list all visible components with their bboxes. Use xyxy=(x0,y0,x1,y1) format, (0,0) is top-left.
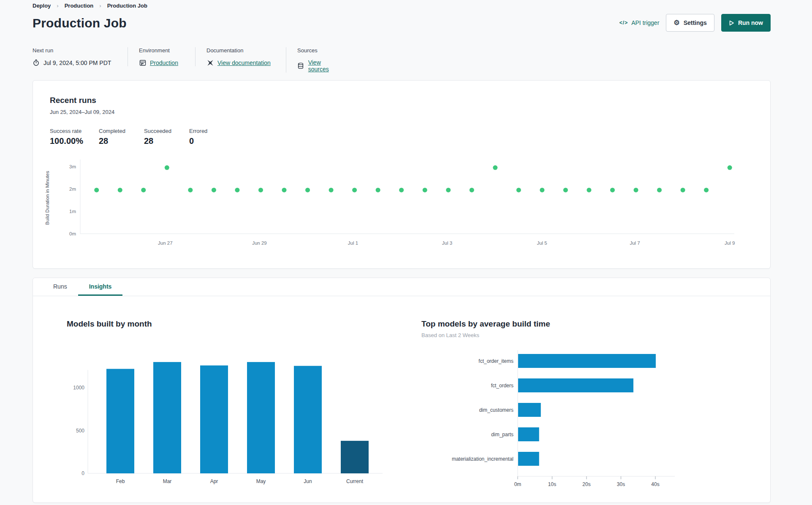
x-axis-tick-label: Jun 29 xyxy=(252,240,267,246)
y-axis-tick-label: 1m xyxy=(69,209,76,214)
next-run-value: Jul 9, 2024, 5:00 PM PDT xyxy=(43,59,111,66)
breadcrumb-deploy[interactable]: Deploy xyxy=(33,3,51,9)
run-duration-dot[interactable] xyxy=(352,188,357,192)
model-bar-fct_orders[interactable] xyxy=(518,378,633,392)
run-duration-dot[interactable] xyxy=(681,188,685,192)
x-axis-category-label: May xyxy=(256,478,266,484)
month-bar-current[interactable] xyxy=(341,441,369,473)
run-duration-dot[interactable] xyxy=(634,188,638,192)
stat-completed: Completed 28 xyxy=(99,128,144,146)
environment-section: Environment Production xyxy=(128,47,195,66)
run-duration-dot[interactable] xyxy=(610,188,615,192)
dbt-docs-icon xyxy=(206,59,214,66)
view-documentation-link[interactable]: View documentation xyxy=(217,59,271,66)
run-duration-dot[interactable] xyxy=(282,188,287,192)
view-sources-link[interactable]: View sources xyxy=(308,59,342,73)
run-duration-dot[interactable] xyxy=(188,188,193,192)
model-bar-materialization_incremental[interactable] xyxy=(518,452,539,466)
environment-link[interactable]: Production xyxy=(150,59,178,66)
run-duration-dot[interactable] xyxy=(118,188,122,192)
production-job-page: Deploy › Production › Production Job Pro… xyxy=(0,0,812,505)
x-axis-tick-label: 0m xyxy=(514,481,521,487)
x-axis-tick-label: Jun 27 xyxy=(158,240,173,246)
run-duration-dot[interactable] xyxy=(470,188,474,192)
models-by-month-title: Models built by month xyxy=(67,319,413,329)
model-name-label: dim_parts xyxy=(491,432,513,437)
build-duration-chart: 0m1m2m3mBuild Duration in MinutesJun 27J… xyxy=(35,156,753,256)
x-axis-tick-label: 40s xyxy=(651,481,659,487)
run-duration-dot[interactable] xyxy=(376,188,380,192)
x-axis-category-label: Feb xyxy=(116,478,125,484)
run-duration-dot[interactable] xyxy=(516,188,521,192)
run-duration-dot[interactable] xyxy=(305,188,310,192)
stat-value: 28 xyxy=(99,136,144,146)
x-axis-tick-label: 30s xyxy=(617,481,625,487)
run-duration-dot[interactable] xyxy=(704,188,709,192)
month-bar-may[interactable] xyxy=(247,362,275,473)
y-axis-tick-label: 2m xyxy=(69,186,76,192)
breadcrumb-production-job: Production Job xyxy=(107,3,147,9)
model-bar-fct_order_items[interactable] xyxy=(518,354,656,368)
documentation-section: Documentation View documentation xyxy=(195,47,286,66)
x-axis-category-label: Current xyxy=(346,478,364,484)
x-axis-category-label: Apr xyxy=(210,478,218,484)
x-axis-tick-label: Jul 3 xyxy=(442,240,452,246)
x-axis-tick-label: Jul 1 xyxy=(348,240,358,246)
stat-succeeded: Succeeded 28 xyxy=(144,128,189,146)
run-duration-dot[interactable] xyxy=(446,188,451,192)
chevron-separator-icon: › xyxy=(99,3,101,9)
page-title: Production Job xyxy=(33,16,127,30)
stat-errored: Errored 0 xyxy=(189,128,223,146)
tab-runs[interactable]: Runs xyxy=(42,278,78,296)
settings-button[interactable]: ⚙ Settings xyxy=(666,14,714,32)
environment-label: Environment xyxy=(139,47,184,54)
run-duration-dot[interactable] xyxy=(493,165,497,170)
run-duration-dot[interactable] xyxy=(540,188,544,192)
run-duration-dot[interactable] xyxy=(728,165,732,170)
environment-icon xyxy=(139,59,146,66)
models-by-month-svg: 05001000FebMarAprMayJunCurrent xyxy=(67,345,388,493)
next-run-label: Next run xyxy=(33,47,117,54)
database-icon xyxy=(297,62,304,70)
month-bar-feb[interactable] xyxy=(106,369,134,473)
model-name-label: fct_orders xyxy=(491,383,513,389)
run-duration-dot[interactable] xyxy=(165,165,169,170)
run-duration-dot[interactable] xyxy=(258,188,263,192)
insights-panel: Models built by month 05001000FebMarAprM… xyxy=(33,296,770,503)
job-meta-row: Next run Jul 9, 2024, 5:00 PM PDT Enviro… xyxy=(33,47,353,73)
api-trigger-label: API trigger xyxy=(631,19,659,26)
sources-section: Sources View sources xyxy=(286,47,353,73)
x-axis-tick-label: 20s xyxy=(582,481,590,487)
run-duration-dot[interactable] xyxy=(563,188,568,192)
run-duration-dot[interactable] xyxy=(212,188,216,192)
run-duration-dot[interactable] xyxy=(587,188,591,192)
settings-label: Settings xyxy=(684,19,707,26)
api-trigger-link[interactable]: </> API trigger xyxy=(619,19,660,26)
run-duration-dot[interactable] xyxy=(329,188,334,192)
stat-label: Errored xyxy=(189,128,223,134)
model-bar-dim_customers[interactable] xyxy=(518,403,541,417)
month-bar-jun[interactable] xyxy=(294,366,322,473)
tab-bar: Runs Insights xyxy=(33,278,770,296)
recent-runs-title: Recent runs xyxy=(50,96,753,105)
run-duration-dot[interactable] xyxy=(423,188,427,192)
model-name-label: materialization_incremental xyxy=(452,456,513,462)
run-duration-dot[interactable] xyxy=(235,188,239,192)
run-duration-dot[interactable] xyxy=(94,188,99,192)
stat-value: 28 xyxy=(144,136,189,146)
x-axis-category-label: Jun xyxy=(304,478,312,484)
run-duration-dot[interactable] xyxy=(657,188,662,192)
month-bar-apr[interactable] xyxy=(200,365,228,473)
breadcrumb-production[interactable]: Production xyxy=(65,3,94,9)
run-now-button[interactable]: Run now xyxy=(721,14,771,32)
stat-label: Completed xyxy=(99,128,144,134)
tab-insights[interactable]: Insights xyxy=(78,278,123,296)
chevron-separator-icon: › xyxy=(57,3,58,9)
model-bar-dim_parts[interactable] xyxy=(518,427,539,441)
x-axis-tick-label: Jul 7 xyxy=(630,240,640,246)
build-duration-svg: 0m1m2m3mBuild Duration in MinutesJun 27J… xyxy=(35,156,736,254)
run-duration-dot[interactable] xyxy=(141,188,146,192)
month-bar-mar[interactable] xyxy=(153,362,181,473)
stat-value: 100.00% xyxy=(50,136,99,146)
run-duration-dot[interactable] xyxy=(399,188,404,192)
